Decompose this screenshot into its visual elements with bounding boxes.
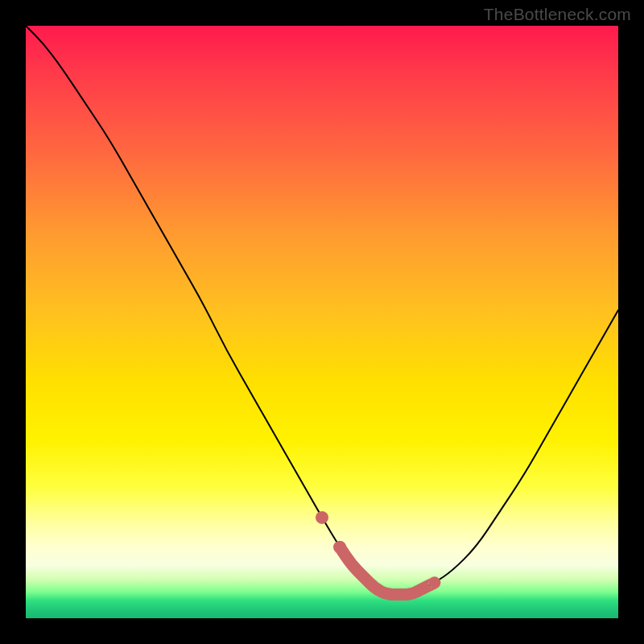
plot-area	[26, 26, 618, 618]
highlight-dot	[333, 541, 346, 554]
curve-svg	[26, 26, 618, 618]
chart-frame: TheBottleneck.com	[0, 0, 644, 644]
highlight-segment	[340, 547, 435, 595]
highlight-dot	[316, 511, 328, 524]
bottleneck-curve	[26, 26, 618, 595]
watermark-text: TheBottleneck.com	[484, 5, 631, 24]
